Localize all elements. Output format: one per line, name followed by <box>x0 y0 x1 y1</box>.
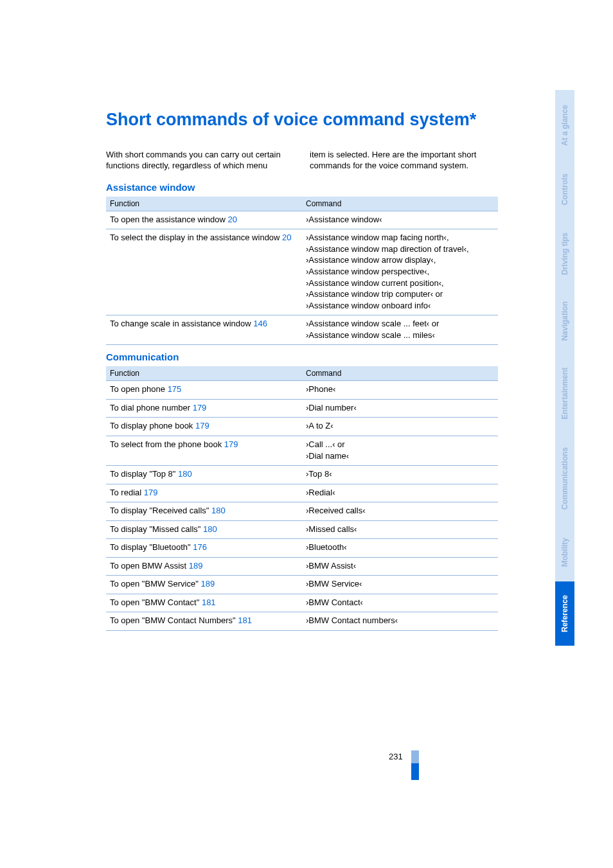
page-reference-link[interactable]: 179 <box>144 488 158 497</box>
page-reference-link[interactable]: 189 <box>189 561 203 571</box>
col-header-function: Function <box>106 366 302 381</box>
function-text: To display phone book <box>110 421 195 430</box>
cell-function: To display "Received calls" 180 <box>106 502 302 521</box>
page-reference-link[interactable]: 180 <box>211 506 226 515</box>
table-header-row: Function Command <box>106 197 498 211</box>
table-row: To open phone 175›Phone‹ <box>106 381 498 400</box>
page-content: Short commands of voice command system* … <box>106 109 498 631</box>
table-row: To display "Received calls" 180›Received… <box>106 502 498 521</box>
table-row: To change scale in assistance window 146… <box>106 315 498 345</box>
function-text: To open "BMW Contact Numbers" <box>110 616 238 625</box>
page-reference-link[interactable]: 20 <box>282 233 291 242</box>
sidebar-tab-communications[interactable]: Communications <box>555 434 574 524</box>
sidebar-tab-navigation[interactable]: Navigation <box>555 289 574 353</box>
cell-function: To display phone book 179 <box>106 418 302 436</box>
section-heading-communication: Communication <box>106 351 498 362</box>
function-text: To change scale in assistance window <box>110 319 253 328</box>
section-heading-assistance: Assistance window <box>106 182 498 193</box>
cell-command: ›BMW Contact numbers‹ <box>302 612 498 631</box>
sidebar-tab-driving-tips[interactable]: Driving tips <box>555 218 574 289</box>
page-reference-link[interactable]: 181 <box>238 616 252 625</box>
cell-function: To select the display in the assistance … <box>106 229 302 315</box>
cell-function: To open phone 175 <box>106 381 302 400</box>
cell-function: To display "Top 8" 180 <box>106 466 302 484</box>
sidebar-tab-label: Entertainment <box>560 368 569 420</box>
cell-function: To redial 179 <box>106 484 302 502</box>
table-body: To open the assistance window 20›Assista… <box>106 211 498 344</box>
function-text: To display "Top 8" <box>110 469 178 479</box>
col-header-function: Function <box>106 197 302 211</box>
sidebar-tab-label: Controls <box>560 173 569 205</box>
page-reference-link[interactable]: 175 <box>168 384 182 394</box>
cell-command: ›Redial‹ <box>302 484 498 502</box>
cell-command: ›Bluetooth‹ <box>302 539 498 558</box>
sidebar-tab-reference[interactable]: Reference <box>555 581 574 646</box>
cell-command: ›Assistance window‹ <box>302 211 498 229</box>
table-row: To open BMW Assist 189›BMW Assist‹ <box>106 557 498 576</box>
sidebar-tab-label: Navigation <box>560 301 569 341</box>
page-reference-link[interactable]: 179 <box>224 439 238 449</box>
intro-left: With short commands you can carry out ce… <box>106 149 294 172</box>
page-reference-link[interactable]: 180 <box>203 524 217 534</box>
col-header-command: Command <box>302 366 498 381</box>
table-row: To open "BMW Contact Numbers" 181›BMW Co… <box>106 612 498 631</box>
page-reference-link[interactable]: 179 <box>195 421 209 430</box>
col-header-command: Command <box>302 197 498 211</box>
sidebar-tab-label: Communications <box>560 447 569 509</box>
cell-function: To open the assistance window 20 <box>106 211 302 229</box>
page-reference-link[interactable]: 189 <box>200 579 215 589</box>
table-body: To open phone 175›Phone‹To dial phone nu… <box>106 381 498 631</box>
function-text: To select the display in the assistance … <box>110 233 282 242</box>
function-text: To select from the phone book <box>110 439 224 449</box>
sidebar-tab-entertainment[interactable]: Entertainment <box>555 353 574 434</box>
page-reference-link[interactable]: 180 <box>178 469 192 479</box>
cell-command: ›Call ...‹ or›Dial name‹ <box>302 436 498 465</box>
table-row: To display "Bluetooth" 176›Bluetooth‹ <box>106 539 498 558</box>
thumb-index-mark <box>411 750 419 780</box>
table-row: To select from the phone book 179›Call .… <box>106 436 498 465</box>
sidebar-tab-mobility[interactable]: Mobility <box>555 524 574 581</box>
cell-command: ›Missed calls‹ <box>302 520 498 539</box>
function-text: To redial <box>110 488 144 497</box>
table-communication: Function Command To open phone 175›Phone… <box>106 366 498 631</box>
page-reference-link[interactable]: 179 <box>193 403 207 412</box>
table-row: To open "BMW Contact" 181›BMW Contact‹ <box>106 594 498 612</box>
sidebar-tab-label: Driving tips <box>560 233 569 275</box>
function-text: To display "Received calls" <box>110 506 211 515</box>
intro-right: item is selected. Here are the important… <box>310 149 498 172</box>
page-number: 231 <box>389 752 403 761</box>
sidebar-tab-at-a-glance[interactable]: At a glance <box>555 90 574 161</box>
cell-function: To display "Bluetooth" 176 <box>106 539 302 558</box>
cell-function: To open "BMW Contact" 181 <box>106 594 302 612</box>
table-row: To open "BMW Service" 189›BMW Service‹ <box>106 576 498 594</box>
table-row: To display "Top 8" 180›Top 8‹ <box>106 466 498 484</box>
sidebar-tab-label: At a glance <box>560 105 569 146</box>
cell-command: ›Top 8‹ <box>302 466 498 484</box>
function-text: To display "Bluetooth" <box>110 542 193 552</box>
cell-function: To open "BMW Contact Numbers" 181 <box>106 612 302 631</box>
cell-command: ›Phone‹ <box>302 381 498 400</box>
table-row: To display phone book 179›A to Z‹ <box>106 418 498 436</box>
page-reference-link[interactable]: 181 <box>202 598 216 607</box>
sidebar-tabs: At a glanceControlsDriving tipsNavigatio… <box>555 90 574 646</box>
page-reference-link[interactable]: 146 <box>253 319 267 328</box>
cell-command: ›Assistance window map facing north‹,›As… <box>302 229 498 315</box>
cell-function: To display "Missed calls" 180 <box>106 520 302 539</box>
page-reference-link[interactable]: 176 <box>193 542 207 552</box>
cell-command: ›Dial number‹ <box>302 399 498 418</box>
cell-command: ›BMW Service‹ <box>302 576 498 594</box>
table-assistance: Function Command To open the assistance … <box>106 197 498 345</box>
table-row: To dial phone number 179›Dial number‹ <box>106 399 498 418</box>
cell-command: ›BMW Assist‹ <box>302 557 498 576</box>
cell-function: To open BMW Assist 189 <box>106 557 302 576</box>
cell-command: ›A to Z‹ <box>302 418 498 436</box>
table-row: To display "Missed calls" 180›Missed cal… <box>106 520 498 539</box>
sidebar-tab-label: Mobility <box>560 538 569 567</box>
table-row: To redial 179›Redial‹ <box>106 484 498 502</box>
function-text: To display "Missed calls" <box>110 524 203 534</box>
sidebar-tab-controls[interactable]: Controls <box>555 161 574 218</box>
page-reference-link[interactable]: 20 <box>228 215 237 224</box>
page-title: Short commands of voice command system* <box>106 109 498 131</box>
sidebar-tab-label: Reference <box>560 595 569 632</box>
function-text: To open "BMW Service" <box>110 579 200 589</box>
